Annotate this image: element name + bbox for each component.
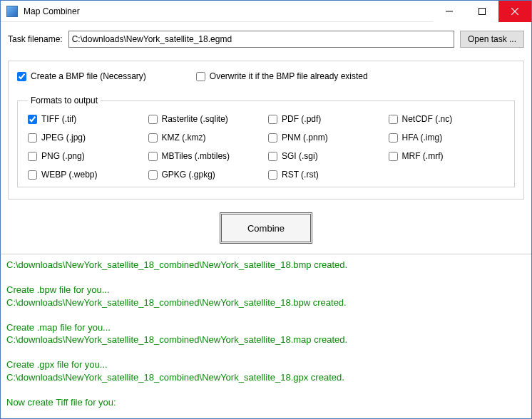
create-bmp-checkbox[interactable]: Create a BMP file (Necessary)	[17, 71, 146, 81]
format-raster-checkbox[interactable]: Rasterlite (.sqlite)	[148, 114, 269, 124]
format-jpeg-checkbox[interactable]: JPEG (.jpg)	[28, 133, 148, 143]
app-icon	[6, 6, 18, 17]
log-output[interactable]: C:\downloads\NewYork_satellite_18_combin…	[1, 254, 531, 409]
format-webp-label: WEBP (.webp)	[41, 170, 97, 180]
format-png-label: PNG (.png)	[41, 151, 85, 161]
combine-row: Combine	[8, 200, 524, 254]
format-gpkg-checkbox[interactable]: GPKG (.gpkg)	[148, 170, 269, 180]
minimize-button[interactable]	[433, 1, 466, 22]
format-sgi-checkbox[interactable]: SGI (.sgi)	[268, 151, 389, 161]
format-mrf-label: MRF (.mrf)	[402, 151, 444, 161]
format-pdf-input[interactable]	[268, 115, 277, 124]
format-pdf-checkbox[interactable]: PDF (.pdf)	[268, 114, 389, 124]
content-area: Task filename: Open task ... Create a BM…	[1, 22, 531, 254]
format-tiff-label: TIFF (.tif)	[41, 114, 76, 124]
overwrite-input[interactable]	[196, 72, 205, 81]
format-pnm-checkbox[interactable]: PNM (.pnm)	[268, 133, 389, 143]
svg-rect-1	[479, 8, 486, 14]
format-kmz-label: KMZ (.kmz)	[162, 133, 206, 143]
create-bmp-label: Create a BMP file (Necessary)	[31, 71, 146, 81]
task-filename-row: Task filename: Open task ...	[8, 31, 524, 48]
overwrite-label: Overwrite it if the BMP file already exi…	[210, 71, 368, 81]
format-png-input[interactable]	[28, 152, 37, 161]
format-mrf-input[interactable]	[389, 152, 398, 161]
maximize-button[interactable]	[466, 1, 498, 22]
format-kmz-checkbox[interactable]: KMZ (.kmz)	[148, 133, 269, 143]
window-title: Map Combiner	[24, 6, 80, 16]
format-raster-input[interactable]	[148, 115, 158, 124]
format-tiff-input[interactable]	[28, 115, 37, 124]
format-webp-checkbox[interactable]: WEBP (.webp)	[28, 170, 148, 180]
format-hfa-label: HFA (.img)	[402, 133, 443, 143]
format-netcdf-label: NetCDF (.nc)	[402, 114, 453, 124]
format-mbtiles-checkbox[interactable]: MBTiles (.mbtiles)	[148, 151, 269, 161]
format-pnm-label: PNM (.pnm)	[282, 133, 328, 143]
format-jpeg-input[interactable]	[28, 133, 37, 143]
formats-fieldset: Formats to output TIFF (.tif)Rasterlite …	[17, 95, 515, 187]
options-panel: Create a BMP file (Necessary) Overwrite …	[8, 61, 524, 200]
format-rst-input[interactable]	[268, 170, 277, 180]
format-netcdf-checkbox[interactable]: NetCDF (.nc)	[389, 114, 509, 124]
create-bmp-input[interactable]	[17, 72, 26, 81]
format-mbtiles-input[interactable]	[148, 152, 158, 161]
open-task-button[interactable]: Open task ...	[460, 31, 524, 48]
format-jpeg-label: JPEG (.jpg)	[41, 133, 86, 143]
titlebar: Map Combiner	[1, 1, 531, 22]
format-sgi-label: SGI (.sgi)	[282, 151, 318, 161]
close-button[interactable]	[498, 1, 531, 22]
format-png-checkbox[interactable]: PNG (.png)	[28, 151, 148, 161]
format-hfa-checkbox[interactable]: HFA (.img)	[389, 133, 509, 143]
format-hfa-input[interactable]	[389, 133, 398, 143]
formats-legend: Formats to output	[28, 95, 101, 105]
format-rst-checkbox[interactable]: RST (.rst)	[268, 170, 389, 180]
format-tiff-checkbox[interactable]: TIFF (.tif)	[28, 114, 148, 124]
format-mbtiles-label: MBTiles (.mbtiles)	[162, 151, 230, 161]
format-pnm-input[interactable]	[268, 133, 277, 143]
format-raster-label: Rasterlite (.sqlite)	[162, 114, 228, 124]
format-webp-input[interactable]	[28, 170, 37, 180]
format-netcdf-input[interactable]	[389, 115, 398, 124]
format-rst-label: RST (.rst)	[282, 170, 319, 180]
combine-button[interactable]: Combine	[220, 212, 312, 244]
format-pdf-label: PDF (.pdf)	[282, 114, 321, 124]
format-sgi-input[interactable]	[268, 152, 277, 161]
format-mrf-checkbox[interactable]: MRF (.mrf)	[389, 151, 509, 161]
format-gpkg-input[interactable]	[148, 170, 158, 180]
overwrite-checkbox[interactable]: Overwrite it if the BMP file already exi…	[196, 71, 368, 81]
formats-grid: TIFF (.tif)Rasterlite (.sqlite)PDF (.pdf…	[28, 114, 508, 180]
task-filename-input[interactable]	[68, 31, 454, 48]
format-gpkg-label: GPKG (.gpkg)	[162, 170, 215, 180]
format-kmz-input[interactable]	[148, 133, 158, 143]
task-filename-label: Task filename:	[8, 34, 63, 44]
